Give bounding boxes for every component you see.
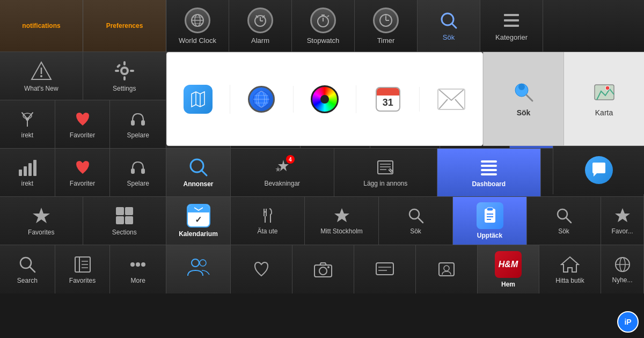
favorites-last-item[interactable]: Favorites: [55, 245, 111, 293]
whats-new-button[interactable]: What's New: [0, 52, 83, 100]
svg-rect-108: [116, 207, 124, 215]
svg-point-66: [26, 117, 29, 121]
timer-item[interactable]: Timer: [355, 0, 418, 52]
spelare-item[interactable]: Spelare: [110, 100, 166, 148]
lagg-in-annons-item[interactable]: Lägg in annons: [334, 149, 438, 196]
favoriter2-label: Favoriter: [70, 180, 95, 187]
stopwatch-item[interactable]: Stopwatch: [292, 0, 355, 52]
karta-panel-button[interactable]: Karta: [564, 52, 644, 146]
svg-point-138: [200, 260, 206, 266]
mitt-stockholm-item[interactable]: Mitt Stockholm: [305, 197, 379, 245]
svg-point-140: [319, 267, 327, 275]
antenna-icon: [18, 109, 37, 129]
svg-line-118: [418, 218, 423, 223]
search-kal-icon: [407, 207, 425, 225]
nyhe-item[interactable]: Nyhe...: [601, 245, 644, 293]
spelare-label: Spelare: [127, 131, 149, 139]
heart-tv-icon: [73, 109, 92, 129]
popup-overlay: 31: [166, 52, 483, 146]
karta-panel-icon: [592, 80, 616, 104]
sok-kal2-label: Sök: [558, 227, 569, 235]
hem-item[interactable]: H&M Hem: [478, 245, 539, 293]
calendar-app[interactable]: 31: [356, 87, 420, 112]
mail-icon: [437, 89, 465, 110]
spelare2-item[interactable]: Spelare: [110, 149, 166, 196]
favoriter2-item[interactable]: Favoriter: [55, 149, 111, 196]
ata-ute-label: Äta ute: [257, 227, 277, 235]
contact-icon: [437, 260, 456, 279]
heart-last-item[interactable]: [231, 245, 292, 293]
favorites-last-label: Favorites: [69, 277, 96, 284]
dashboard-item[interactable]: Dashboard: [437, 149, 541, 196]
annonser-item[interactable]: Annonser: [166, 149, 231, 196]
svg-point-135: [136, 262, 140, 267]
camera-icon: [313, 260, 333, 279]
kal-left: Favorites Sections: [0, 197, 166, 245]
colorwheel-app[interactable]: [294, 85, 357, 113]
svg-rect-21: [504, 25, 519, 27]
heart2-icon: [73, 158, 92, 177]
world-clock-icon: [185, 8, 210, 33]
svg-marker-107: [33, 208, 50, 223]
more-item[interactable]: More: [110, 245, 166, 293]
maps-app[interactable]: [167, 85, 230, 114]
svg-point-62: [605, 86, 610, 90]
kalendarium-item[interactable]: ✓ Kalendarium: [166, 197, 231, 245]
ata-ute-item[interactable]: Äta ute: [231, 197, 305, 245]
svg-rect-69: [141, 120, 145, 126]
settings-button[interactable]: Settings: [83, 52, 166, 100]
favor-kal-item[interactable]: Favor...: [601, 197, 644, 245]
kategorier-button[interactable]: Kategorier: [480, 0, 543, 52]
contact-item[interactable]: [416, 245, 478, 293]
alarm-item[interactable]: Alarm: [229, 0, 292, 52]
preferences-button[interactable]: Preferences: [83, 0, 166, 52]
hitta-butik-item[interactable]: Hitta butik: [539, 245, 601, 293]
upptack-item[interactable]: Upptäck: [453, 197, 527, 245]
sok-icon: [439, 11, 458, 30]
bevakningar-item[interactable]: 4 Bevakningar: [231, 149, 334, 196]
search-annonser-icon: [188, 157, 209, 178]
message-item[interactable]: [354, 245, 416, 293]
sok-panel-icon: [512, 80, 536, 104]
mail-app[interactable]: [420, 89, 482, 110]
fork-knife-icon: [259, 207, 277, 225]
svg-rect-142: [376, 263, 393, 275]
clock-items: World Clock Alarm: [166, 0, 644, 52]
favoriter-tv-item[interactable]: Favoriter: [55, 100, 111, 148]
world-clock-item[interactable]: World Clock: [166, 0, 229, 52]
right-search-panel: Sök Karta: [483, 52, 644, 146]
sok-kal-label: Sök: [410, 227, 421, 235]
kal-items: ✓ Kalendarium Äta ute: [166, 197, 644, 245]
svg-rect-145: [439, 263, 454, 276]
sok-kal2-item[interactable]: Sök: [527, 197, 601, 245]
notifications-button[interactable]: notifications: [0, 0, 83, 52]
sok-panel-button[interactable]: Sök: [483, 52, 564, 146]
hm-icon: H&M: [495, 251, 522, 278]
camera-item[interactable]: [292, 245, 354, 293]
calendar-kal-icon: ✓: [187, 204, 210, 227]
svg-line-125: [566, 218, 571, 223]
direkt2-label: irekt: [21, 180, 34, 187]
bevakningar-wrapper: 4: [273, 158, 292, 177]
svg-rect-20: [504, 19, 519, 21]
heart-last-icon: [252, 260, 271, 279]
svg-rect-103: [481, 165, 497, 167]
signal-icon: [18, 158, 37, 177]
favorites-item[interactable]: Favorites: [0, 197, 83, 245]
direkt-item[interactable]: irekt: [0, 100, 55, 148]
signal-item[interactable]: irekt: [0, 149, 55, 196]
svg-rect-102: [481, 160, 497, 163]
sok-button[interactable]: Sök: [418, 0, 480, 52]
settings-icon: [114, 60, 135, 82]
sok-kal-item[interactable]: Sök: [379, 197, 453, 245]
search-kal2-icon: [555, 207, 573, 225]
search-last-item[interactable]: Search: [0, 245, 55, 293]
speech-bubble-icon: [585, 156, 613, 184]
kategorier-top-label: Kategorier: [495, 33, 528, 41]
people-item[interactable]: [166, 245, 231, 293]
svg-point-146: [444, 266, 449, 271]
sections-item[interactable]: Sections: [83, 197, 166, 245]
svg-line-18: [452, 24, 456, 28]
globe-app[interactable]: [230, 86, 294, 113]
globe-icon: [248, 86, 275, 113]
